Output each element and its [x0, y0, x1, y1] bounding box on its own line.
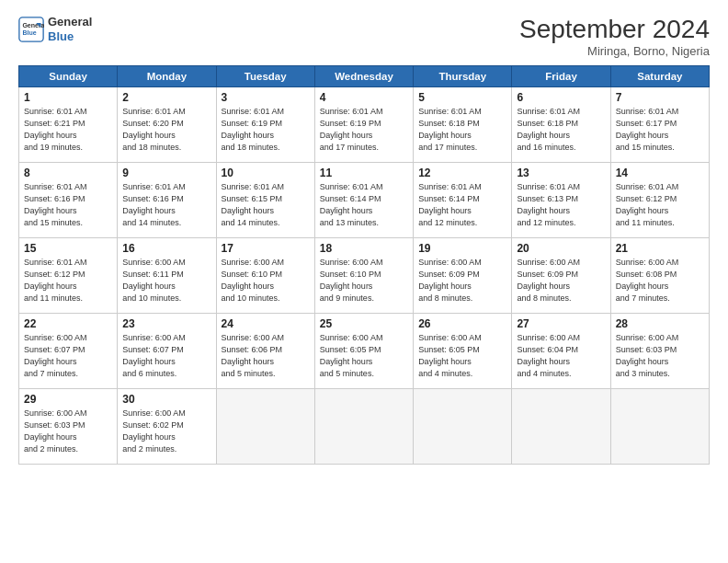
calendar-cell [216, 389, 314, 465]
day-header-saturday: Saturday [610, 66, 709, 87]
logo-text-blue: Blue [48, 29, 92, 44]
location: Miringa, Borno, Nigeria [519, 44, 710, 58]
day-number: 14 [616, 167, 704, 179]
day-header-monday: Monday [118, 66, 216, 87]
calendar-cell [512, 389, 610, 465]
calendar-cell: 10 Sunrise: 6:01 AM Sunset: 6:15 PM Dayl… [216, 163, 314, 238]
day-number: 24 [222, 317, 310, 330]
day-info: Sunrise: 6:01 AM Sunset: 6:19 PM Dayligh… [222, 106, 310, 154]
week-row-2: 8 Sunrise: 6:01 AM Sunset: 6:16 PM Dayli… [19, 163, 710, 238]
calendar-cell [414, 389, 512, 465]
day-number: 23 [122, 317, 210, 330]
calendar-cell: 24 Sunrise: 6:00 AM Sunset: 6:06 PM Dayl… [216, 314, 314, 389]
day-info: Sunrise: 6:01 AM Sunset: 6:14 PM Dayligh… [320, 181, 408, 229]
day-number: 15 [24, 242, 112, 255]
day-info: Sunrise: 6:00 AM Sunset: 6:04 PM Dayligh… [517, 332, 605, 380]
day-number: 16 [122, 242, 210, 255]
calendar-cell: 23 Sunrise: 6:00 AM Sunset: 6:07 PM Dayl… [118, 314, 216, 389]
calendar-cell: 22 Sunrise: 6:00 AM Sunset: 6:07 PM Dayl… [19, 314, 118, 389]
day-info: Sunrise: 6:01 AM Sunset: 6:21 PM Dayligh… [24, 106, 112, 154]
day-header-tuesday: Tuesday [216, 66, 314, 87]
day-info: Sunrise: 6:00 AM Sunset: 6:11 PM Dayligh… [122, 257, 210, 304]
day-info: Sunrise: 6:01 AM Sunset: 6:16 PM Dayligh… [122, 181, 210, 229]
calendar-cell: 29 Sunrise: 6:00 AM Sunset: 6:03 PM Dayl… [19, 389, 118, 465]
day-header-friday: Friday [512, 66, 610, 87]
calendar-header-row: SundayMondayTuesdayWednesdayThursdayFrid… [19, 66, 710, 87]
day-number: 5 [418, 91, 506, 104]
day-info: Sunrise: 6:01 AM Sunset: 6:14 PM Dayligh… [418, 181, 506, 229]
calendar-cell: 7 Sunrise: 6:01 AM Sunset: 6:17 PM Dayli… [610, 87, 709, 163]
day-number: 26 [418, 317, 506, 330]
calendar-cell: 1 Sunrise: 6:01 AM Sunset: 6:21 PM Dayli… [19, 87, 118, 163]
calendar-cell: 18 Sunrise: 6:00 AM Sunset: 6:10 PM Dayl… [314, 238, 413, 314]
title-block: September 2024 Miringa, Borno, Nigeria [519, 15, 710, 58]
calendar-cell: 17 Sunrise: 6:00 AM Sunset: 6:10 PM Dayl… [216, 238, 314, 314]
day-info: Sunrise: 6:00 AM Sunset: 6:07 PM Dayligh… [122, 332, 210, 380]
day-number: 4 [320, 91, 408, 104]
day-number: 9 [122, 167, 210, 179]
week-row-5: 29 Sunrise: 6:00 AM Sunset: 6:03 PM Dayl… [19, 389, 710, 465]
day-number: 19 [418, 242, 506, 255]
day-number: 21 [616, 242, 704, 255]
day-info: Sunrise: 6:00 AM Sunset: 6:03 PM Dayligh… [616, 332, 704, 380]
day-info: Sunrise: 6:01 AM Sunset: 6:18 PM Dayligh… [517, 106, 605, 154]
day-info: Sunrise: 6:00 AM Sunset: 6:06 PM Dayligh… [222, 332, 310, 380]
calendar-cell: 20 Sunrise: 6:00 AM Sunset: 6:09 PM Dayl… [512, 238, 610, 314]
day-info: Sunrise: 6:00 AM Sunset: 6:05 PM Dayligh… [418, 332, 506, 380]
week-row-4: 22 Sunrise: 6:00 AM Sunset: 6:07 PM Dayl… [19, 314, 710, 389]
header: General Blue General Blue September 2024… [18, 15, 710, 58]
calendar-cell: 27 Sunrise: 6:00 AM Sunset: 6:04 PM Dayl… [512, 314, 610, 389]
day-info: Sunrise: 6:01 AM Sunset: 6:19 PM Dayligh… [320, 106, 408, 154]
day-number: 12 [418, 167, 506, 179]
calendar-cell: 6 Sunrise: 6:01 AM Sunset: 6:18 PM Dayli… [512, 87, 610, 163]
calendar-cell: 5 Sunrise: 6:01 AM Sunset: 6:18 PM Dayli… [414, 87, 512, 163]
day-number: 17 [222, 242, 310, 255]
day-info: Sunrise: 6:01 AM Sunset: 6:16 PM Dayligh… [24, 181, 112, 229]
calendar-cell: 28 Sunrise: 6:00 AM Sunset: 6:03 PM Dayl… [610, 314, 709, 389]
day-info: Sunrise: 6:01 AM Sunset: 6:15 PM Dayligh… [222, 181, 310, 229]
day-info: Sunrise: 6:00 AM Sunset: 6:10 PM Dayligh… [320, 257, 408, 304]
day-number: 6 [517, 91, 605, 104]
day-info: Sunrise: 6:00 AM Sunset: 6:07 PM Dayligh… [24, 332, 112, 380]
calendar-cell: 3 Sunrise: 6:01 AM Sunset: 6:19 PM Dayli… [216, 87, 314, 163]
day-info: Sunrise: 6:00 AM Sunset: 6:09 PM Dayligh… [418, 257, 506, 304]
day-info: Sunrise: 6:00 AM Sunset: 6:10 PM Dayligh… [222, 257, 310, 304]
day-info: Sunrise: 6:01 AM Sunset: 6:13 PM Dayligh… [517, 181, 605, 229]
day-number: 25 [320, 317, 408, 330]
calendar-page: General Blue General Blue September 2024… [0, 0, 728, 563]
calendar-cell: 21 Sunrise: 6:00 AM Sunset: 6:08 PM Dayl… [610, 238, 709, 314]
calendar-cell: 25 Sunrise: 6:00 AM Sunset: 6:05 PM Dayl… [314, 314, 413, 389]
calendar-cell: 9 Sunrise: 6:01 AM Sunset: 6:16 PM Dayli… [118, 163, 216, 238]
logo-text-general: General [48, 15, 92, 29]
day-number: 7 [616, 91, 704, 104]
day-info: Sunrise: 6:01 AM Sunset: 6:17 PM Dayligh… [616, 106, 704, 154]
week-row-1: 1 Sunrise: 6:01 AM Sunset: 6:21 PM Dayli… [19, 87, 710, 163]
calendar-cell: 16 Sunrise: 6:00 AM Sunset: 6:11 PM Dayl… [118, 238, 216, 314]
day-number: 27 [517, 317, 605, 330]
day-number: 30 [122, 393, 210, 406]
calendar-cell: 15 Sunrise: 6:01 AM Sunset: 6:12 PM Dayl… [19, 238, 118, 314]
day-info: Sunrise: 6:01 AM Sunset: 6:12 PM Dayligh… [24, 257, 112, 304]
day-info: Sunrise: 6:00 AM Sunset: 6:09 PM Dayligh… [517, 257, 605, 304]
calendar-cell: 2 Sunrise: 6:01 AM Sunset: 6:20 PM Dayli… [118, 87, 216, 163]
logo: General Blue General Blue [18, 15, 92, 43]
day-number: 22 [24, 317, 112, 330]
day-info: Sunrise: 6:00 AM Sunset: 6:08 PM Dayligh… [616, 257, 704, 304]
day-number: 3 [222, 91, 310, 104]
calendar-cell: 26 Sunrise: 6:00 AM Sunset: 6:05 PM Dayl… [414, 314, 512, 389]
day-info: Sunrise: 6:01 AM Sunset: 6:18 PM Dayligh… [418, 106, 506, 154]
calendar-cell: 8 Sunrise: 6:01 AM Sunset: 6:16 PM Dayli… [19, 163, 118, 238]
day-number: 2 [122, 91, 210, 104]
month-title: September 2024 [519, 15, 710, 44]
day-header-thursday: Thursday [414, 66, 512, 87]
day-info: Sunrise: 6:00 AM Sunset: 6:05 PM Dayligh… [320, 332, 408, 380]
day-number: 10 [222, 167, 310, 179]
day-header-sunday: Sunday [19, 66, 118, 87]
day-number: 28 [616, 317, 704, 330]
calendar-cell: 12 Sunrise: 6:01 AM Sunset: 6:14 PM Dayl… [414, 163, 512, 238]
day-number: 20 [517, 242, 605, 255]
day-info: Sunrise: 6:01 AM Sunset: 6:12 PM Dayligh… [616, 181, 704, 229]
day-number: 18 [320, 242, 408, 255]
day-number: 11 [320, 167, 408, 179]
day-info: Sunrise: 6:00 AM Sunset: 6:03 PM Dayligh… [24, 408, 112, 455]
